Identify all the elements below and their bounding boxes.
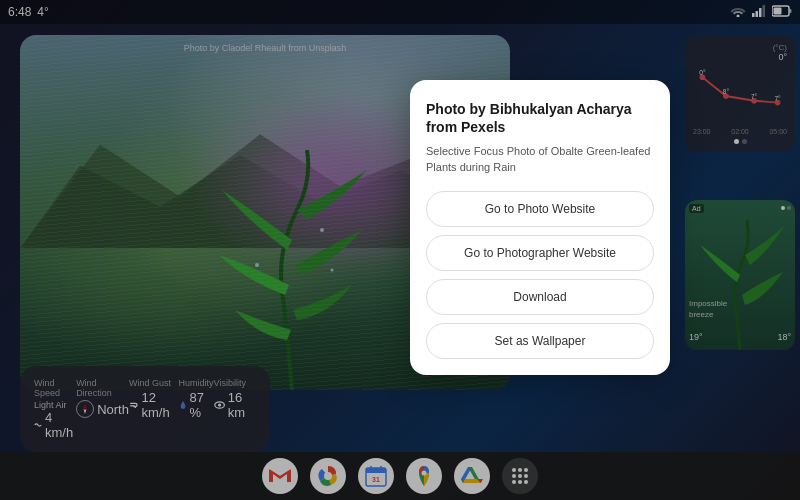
dialog-title: Photo by Bibhukalyan Acharya from Pexels xyxy=(426,100,654,136)
download-button[interactable]: Download xyxy=(426,279,654,315)
dialog-description: Selective Focus Photo of Obalte Green-le… xyxy=(426,144,654,175)
set-as-wallpaper-button[interactable]: Set as Wallpaper xyxy=(426,323,654,359)
photo-dialog: Photo by Bibhukalyan Acharya from Pexels… xyxy=(410,80,670,375)
modal-overlay xyxy=(0,0,800,500)
go-to-photographer-button[interactable]: Go to Photographer Website xyxy=(426,235,654,271)
go-to-photo-button[interactable]: Go to Photo Website xyxy=(426,191,654,227)
